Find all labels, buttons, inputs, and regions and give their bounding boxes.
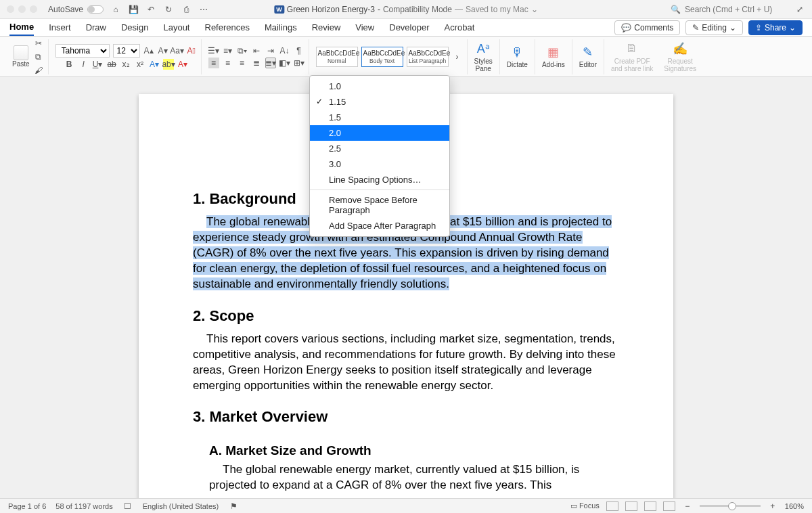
sort-icon[interactable]: A↓ bbox=[279, 45, 290, 56]
inc-indent-icon[interactable]: ⇥ bbox=[265, 45, 276, 56]
font-size-select[interactable]: 12 bbox=[113, 44, 140, 58]
text-effects-icon[interactable]: A▾ bbox=[149, 59, 160, 70]
bold-icon[interactable]: B bbox=[64, 59, 74, 70]
tab-draw[interactable]: Draw bbox=[86, 20, 106, 35]
spacing-3-0[interactable]: 3.0 bbox=[310, 156, 449, 172]
ribbon-tabs: Home Insert Draw Design Layout Reference… bbox=[0, 19, 812, 37]
spacing-1-15[interactable]: 1.15 bbox=[310, 94, 449, 110]
undo-icon[interactable]: ↶ bbox=[145, 4, 156, 15]
overflow-icon[interactable]: ⋯ bbox=[198, 4, 209, 15]
share-icon: ⇪ bbox=[755, 23, 762, 32]
spacing-2-0[interactable]: 2.0 bbox=[310, 125, 449, 141]
chevron-down-icon[interactable]: ⌄ bbox=[531, 5, 538, 14]
close-dot[interactable] bbox=[7, 5, 14, 13]
addins-icon: ▦ bbox=[546, 45, 561, 60]
addins-button[interactable]: ▦Add-ins bbox=[538, 45, 569, 68]
tab-references[interactable]: References bbox=[205, 20, 250, 35]
accessibility-icon[interactable]: ⚑ bbox=[228, 501, 239, 512]
align-center-icon[interactable]: ≡ bbox=[223, 58, 233, 68]
paste-button[interactable]: Paste bbox=[12, 45, 30, 68]
print-layout-icon[interactable] bbox=[606, 501, 618, 511]
save-icon[interactable]: 💾 bbox=[128, 4, 139, 15]
web-layout-icon[interactable] bbox=[625, 501, 637, 511]
align-right-icon[interactable]: ≡ bbox=[237, 58, 248, 68]
page-count[interactable]: Page 1 of 6 bbox=[8, 502, 46, 510]
multilevel-icon[interactable]: ⧉▾ bbox=[237, 45, 248, 56]
font-color-icon[interactable]: A▾ bbox=[177, 59, 188, 70]
copy-icon[interactable]: ⧉ bbox=[33, 51, 44, 62]
superscript-icon[interactable]: x² bbox=[135, 59, 145, 70]
align-left-icon[interactable]: ≡ bbox=[208, 58, 219, 68]
heading-3a: A. Market Size and Growth bbox=[209, 443, 619, 458]
home-icon[interactable]: ⌂ bbox=[110, 4, 121, 15]
min-dot[interactable] bbox=[18, 5, 26, 13]
tab-insert[interactable]: Insert bbox=[49, 20, 71, 35]
tab-mailings[interactable]: Mailings bbox=[265, 20, 297, 35]
font-name-select[interactable]: Tahoma bbox=[55, 44, 110, 58]
cut-icon[interactable]: ✂ bbox=[33, 38, 44, 49]
justify-icon[interactable]: ≣ bbox=[251, 58, 262, 68]
paragraph-2: This report covers various sections, inc… bbox=[193, 332, 619, 394]
share-button[interactable]: ⇪Share⌄ bbox=[748, 20, 803, 35]
spacing-options[interactable]: Line Spacing Options… bbox=[310, 172, 449, 187]
underline-icon[interactable]: U▾ bbox=[92, 59, 103, 70]
tab-home[interactable]: Home bbox=[9, 19, 34, 36]
borders-icon[interactable]: ⊞▾ bbox=[294, 58, 304, 68]
add-space-after[interactable]: Add Space After Paragraph bbox=[310, 218, 449, 233]
language[interactable]: English (United States) bbox=[143, 502, 219, 510]
zoom-out-icon[interactable]: − bbox=[682, 501, 693, 512]
remove-space-before[interactable]: Remove Space Before Paragraph bbox=[310, 192, 449, 218]
show-marks-icon[interactable]: ¶ bbox=[294, 45, 304, 56]
format-painter-icon[interactable]: 🖌 bbox=[33, 65, 44, 76]
tab-review[interactable]: Review bbox=[312, 20, 341, 35]
ribbon-toggle-icon[interactable]: ⤢ bbox=[794, 4, 805, 15]
spacing-1-0[interactable]: 1.0 bbox=[310, 79, 449, 94]
comments-button[interactable]: 💬Comments bbox=[614, 20, 680, 35]
max-dot[interactable] bbox=[30, 5, 37, 13]
draft-icon[interactable] bbox=[663, 501, 675, 511]
zoom-slider[interactable] bbox=[700, 505, 761, 507]
subscript-icon[interactable]: x₂ bbox=[120, 59, 131, 70]
editor-button[interactable]: ✎Editor bbox=[575, 45, 601, 68]
dictate-button[interactable]: 🎙Dictate bbox=[503, 45, 532, 68]
autosave-toggle[interactable] bbox=[87, 5, 104, 14]
spacing-1-5[interactable]: 1.5 bbox=[310, 110, 449, 125]
spacing-2-5[interactable]: 2.5 bbox=[310, 141, 449, 156]
shading-icon[interactable]: ◧▾ bbox=[279, 58, 290, 68]
focus-mode[interactable]: ▭ Focus bbox=[570, 501, 600, 510]
word-count[interactable]: 58 of 1197 words bbox=[55, 502, 112, 510]
outline-icon[interactable] bbox=[644, 501, 656, 511]
style-body-text[interactable]: AaBbCcDdEeBody Text bbox=[361, 47, 403, 67]
numbering-icon[interactable]: ≡▾ bbox=[223, 45, 233, 56]
bullets-icon[interactable]: ☰▾ bbox=[208, 45, 219, 56]
styles-pane-button[interactable]: AᵃStyles Pane bbox=[470, 41, 497, 72]
tab-view[interactable]: View bbox=[355, 20, 374, 35]
redo-icon[interactable]: ↻ bbox=[163, 4, 174, 15]
shrink-font-icon[interactable]: A▾ bbox=[158, 45, 168, 56]
tab-design[interactable]: Design bbox=[121, 20, 148, 35]
zoom-in-icon[interactable]: + bbox=[767, 501, 778, 512]
editing-button[interactable]: ✎Editing⌄ bbox=[685, 20, 743, 35]
tab-acrobat[interactable]: Acrobat bbox=[445, 20, 475, 35]
dec-indent-icon[interactable]: ⇤ bbox=[251, 45, 262, 56]
spellcheck-icon[interactable]: ☐ bbox=[122, 501, 133, 512]
style-list-paragraph[interactable]: AaBbCcDdEeList Paragraph bbox=[407, 47, 449, 67]
line-spacing-button[interactable]: ≣▾ bbox=[265, 58, 276, 68]
highlight-icon[interactable]: ab▾ bbox=[163, 59, 174, 70]
style-normal[interactable]: AaBbCcDdEeNormal bbox=[316, 47, 358, 67]
grow-font-icon[interactable]: A▴ bbox=[143, 45, 154, 56]
change-case-icon[interactable]: Aa▾ bbox=[172, 45, 183, 56]
search-box[interactable]: 🔍 ⤢ bbox=[671, 4, 805, 15]
title-bar: AutoSave ⌂ 💾 ↶ ↻ ⎙ ⋯ W Green Horizon Ene… bbox=[0, 0, 812, 19]
zoom-level[interactable]: 160% bbox=[785, 502, 804, 510]
strike-icon[interactable]: ab bbox=[106, 59, 117, 70]
create-pdf-button[interactable]: 🗎Create PDF and share link bbox=[607, 41, 657, 72]
styles-more-icon[interactable]: › bbox=[452, 51, 463, 62]
search-input[interactable] bbox=[685, 5, 786, 14]
clear-format-icon[interactable]: A⃠ bbox=[186, 45, 197, 56]
print-icon[interactable]: ⎙ bbox=[181, 4, 191, 15]
tab-layout[interactable]: Layout bbox=[163, 20, 189, 35]
tab-developer[interactable]: Developer bbox=[389, 20, 429, 35]
request-signatures-button[interactable]: ✍Request Signatures bbox=[660, 41, 700, 72]
italic-icon[interactable]: I bbox=[78, 59, 89, 70]
